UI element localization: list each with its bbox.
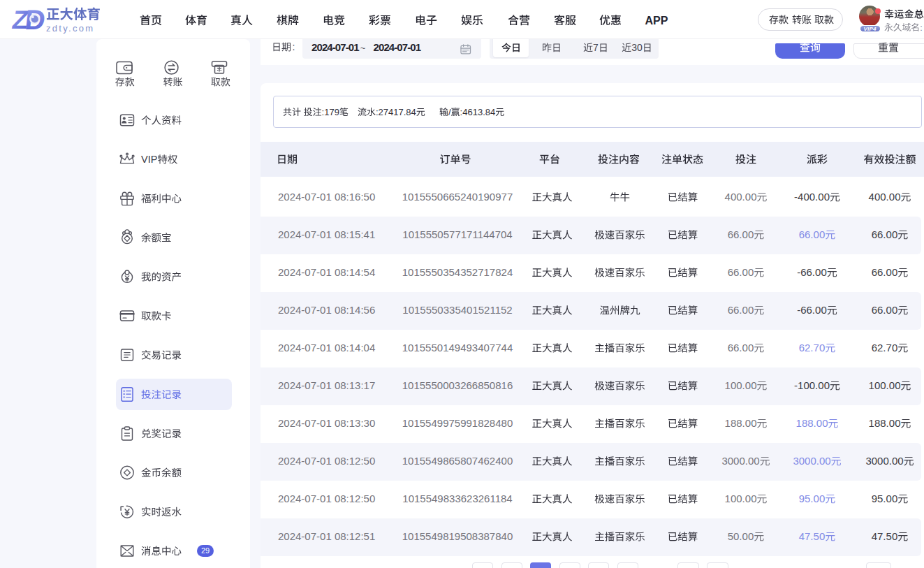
svg-text:2024-07-01 08:13:30: 2024-07-01 08:13:30 xyxy=(278,417,375,429)
svg-text:188.00: 188.00 xyxy=(725,417,757,429)
svg-text:-66.00: -66.00 xyxy=(797,304,827,316)
svg-text:100.00: 100.00 xyxy=(869,379,901,391)
svg-text:66.00: 66.00 xyxy=(728,266,754,278)
svg-text:62.70: 62.70 xyxy=(872,342,898,354)
svg-text:VIP4: VIP4 xyxy=(864,26,877,32)
svg-text:3000.00: 3000.00 xyxy=(793,455,830,467)
svg-text:1015550577171144704: 1015550577171144704 xyxy=(402,228,512,240)
svg-text:2024-07-01 08:14:56: 2024-07-01 08:14:56 xyxy=(278,304,375,316)
svg-text:1015549975991828480: 1015549975991828480 xyxy=(402,417,513,429)
svg-text:100.00: 100.00 xyxy=(725,493,757,504)
svg-text:APP: APP xyxy=(645,15,668,27)
svg-text:100.00: 100.00 xyxy=(725,379,757,391)
svg-text:1015549833623261184: 1015549833623261184 xyxy=(402,493,512,504)
svg-text:2024-07-01 08:14:04: 2024-07-01 08:14:04 xyxy=(278,342,375,354)
svg-text:-66.00: -66.00 xyxy=(797,266,827,278)
svg-text::: : xyxy=(293,41,295,52)
svg-text:95.00: 95.00 xyxy=(799,493,826,504)
svg-text:66.00: 66.00 xyxy=(728,228,754,240)
svg-text:62.70: 62.70 xyxy=(799,342,826,354)
svg-text:2024-07-01 08:12:50: 2024-07-01 08:12:50 xyxy=(278,455,375,467)
svg-text:2024-07-01 08:16:50: 2024-07-01 08:16:50 xyxy=(278,191,375,203)
svg-text:VIP: VIP xyxy=(141,154,157,165)
svg-text:2024-07-01 08:13:17: 2024-07-01 08:13:17 xyxy=(278,379,375,391)
svg-text:2024-07-01 08:12:50: 2024-07-01 08:12:50 xyxy=(278,493,375,504)
svg-text:-100.00: -100.00 xyxy=(794,379,830,391)
svg-text:66.00: 66.00 xyxy=(872,228,898,240)
svg-text:1015550665240190977: 1015550665240190977 xyxy=(402,191,513,203)
svg-text:47.50: 47.50 xyxy=(799,530,826,542)
svg-text:29: 29 xyxy=(201,546,210,555)
svg-text:2024-07-01: 2024-07-01 xyxy=(311,41,359,53)
svg-text:-400.00: -400.00 xyxy=(794,191,830,203)
svg-text:3000.00: 3000.00 xyxy=(865,455,903,467)
svg-text:50.00: 50.00 xyxy=(728,530,754,542)
svg-text:2024-07-01 08:14:54: 2024-07-01 08:14:54 xyxy=(278,266,375,278)
svg-text::4613.84: :4613.84 xyxy=(460,107,496,117)
svg-text:2024-07-01 08:12:51: 2024-07-01 08:12:51 xyxy=(278,530,375,542)
svg-text:30: 30 xyxy=(631,42,643,53)
svg-text::27417.84: :27417.84 xyxy=(376,107,416,117)
svg-text:66.00: 66.00 xyxy=(799,228,826,240)
svg-text:188.00: 188.00 xyxy=(796,417,828,429)
svg-text:95.00: 95.00 xyxy=(872,493,898,504)
svg-text:1015550149493407744: 1015550149493407744 xyxy=(402,342,513,354)
svg-text:1015550354352717824: 1015550354352717824 xyxy=(402,266,513,278)
svg-text::179: :179 xyxy=(322,107,339,117)
svg-text:1015550003266850816: 1015550003266850816 xyxy=(402,379,513,391)
svg-text:400.00: 400.00 xyxy=(869,191,901,203)
svg-text:zdty.com: zdty.com xyxy=(46,23,94,34)
svg-text:66.00: 66.00 xyxy=(728,342,754,354)
svg-text:1015549865807462400: 1015549865807462400 xyxy=(402,455,513,467)
svg-text:1015550335401521152: 1015550335401521152 xyxy=(402,304,512,316)
svg-text:188.00: 188.00 xyxy=(869,417,901,429)
svg-text:47.50: 47.50 xyxy=(872,530,898,542)
svg-text:2024-07-01: 2024-07-01 xyxy=(374,41,421,53)
svg-text:: zdty.com: : zdty.com xyxy=(920,22,924,33)
svg-text:3000.00: 3000.00 xyxy=(721,455,759,467)
svg-text:2024-07-01 08:15:41: 2024-07-01 08:15:41 xyxy=(278,228,375,240)
svg-text:66.00: 66.00 xyxy=(728,304,754,316)
svg-text:7: 7 xyxy=(593,42,599,53)
svg-text:/: / xyxy=(448,107,451,117)
svg-text:~: ~ xyxy=(360,43,366,53)
svg-text:66.00: 66.00 xyxy=(872,304,898,316)
svg-text:1015549819508387840: 1015549819508387840 xyxy=(402,530,513,542)
svg-text:66.00: 66.00 xyxy=(872,266,898,278)
svg-text:400.00: 400.00 xyxy=(725,191,757,203)
